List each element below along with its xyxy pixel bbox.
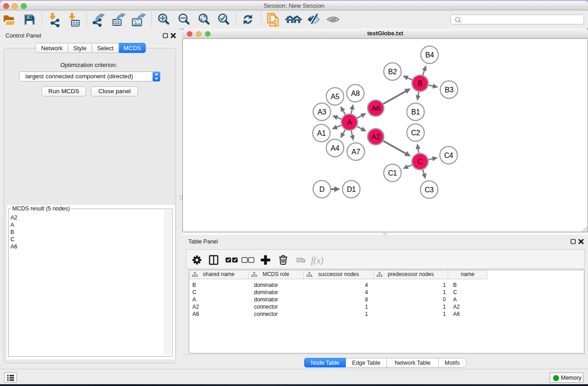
- svg-text:A6: A6: [372, 105, 380, 112]
- svg-text:A4: A4: [331, 144, 339, 152]
- svg-text:B3: B3: [445, 86, 454, 94]
- svg-text:A3: A3: [318, 108, 326, 116]
- svg-text:A8: A8: [351, 90, 360, 97]
- svg-text:C1: C1: [388, 169, 397, 177]
- svg-text:f(x): f(x): [311, 255, 324, 266]
- svg-text:C4: C4: [444, 152, 453, 159]
- svg-text:A5: A5: [331, 93, 339, 100]
- svg-text:B2: B2: [388, 68, 397, 76]
- svg-text:D: D: [319, 186, 324, 193]
- svg-text:C: C: [417, 158, 422, 166]
- svg-text:A: A: [347, 119, 352, 126]
- svg-text:C3: C3: [425, 186, 434, 194]
- svg-text:B1: B1: [411, 108, 420, 116]
- svg-text:D1: D1: [347, 186, 356, 193]
- svg-text:B: B: [418, 80, 422, 87]
- svg-text:C2: C2: [411, 129, 420, 137]
- svg-text:A1: A1: [317, 129, 326, 137]
- svg-text:B4: B4: [425, 51, 434, 59]
- svg-text:A2: A2: [372, 133, 380, 141]
- svg-text:A7: A7: [352, 148, 360, 156]
